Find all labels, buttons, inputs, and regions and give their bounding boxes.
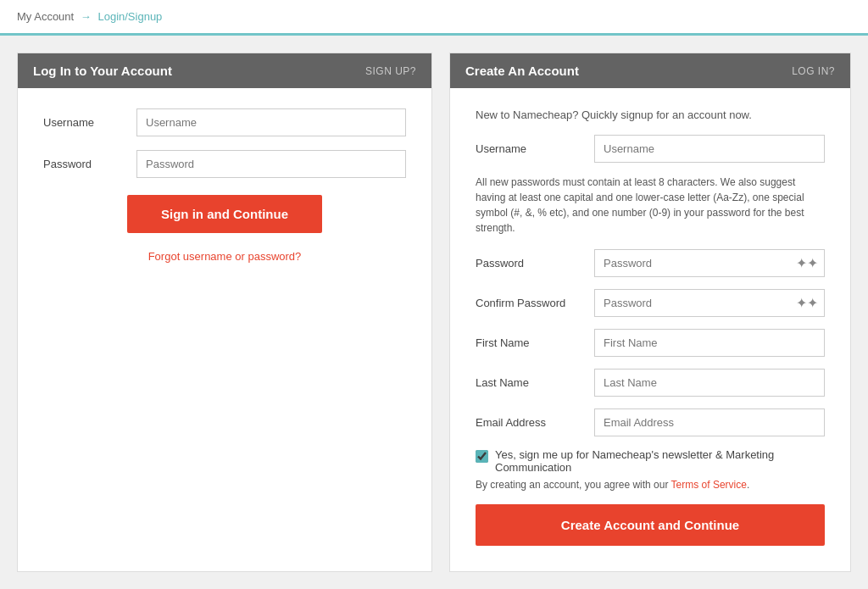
last-name-row: Last Name <box>476 369 825 397</box>
signup-panel: Create An Account LOG IN? New to Nameche… <box>449 53 851 572</box>
password-eye-icon[interactable]: ✦✦ <box>796 255 818 271</box>
password-input[interactable] <box>136 150 406 178</box>
breadcrumb-my-account: My Account <box>17 10 74 23</box>
confirm-password-field: ✦✦ <box>594 289 825 317</box>
password-label: Password <box>43 158 136 170</box>
signup-panel-body: New to Namecheap? Quickly signup for an … <box>450 88 850 571</box>
confirm-password-row: Confirm Password ✦✦ <box>476 289 825 317</box>
forgot-link[interactable]: Forgot username or password? <box>148 250 302 263</box>
breadcrumb-arrow: → <box>81 10 92 23</box>
email-row: Email Address <box>476 408 825 436</box>
confirm-password-label: Confirm Password <box>476 297 594 309</box>
main-content: Log In to Your Account SIGN UP? Username… <box>0 36 868 589</box>
signup-password-field: ✦✦ <box>594 249 825 277</box>
password-hint: All new passwords must contain at least … <box>476 175 825 236</box>
confirm-password-input[interactable] <box>594 289 825 317</box>
last-name-input[interactable] <box>594 369 825 397</box>
newsletter-checkbox[interactable] <box>476 450 488 463</box>
confirm-password-eye-icon[interactable]: ✦✦ <box>796 295 818 311</box>
newsletter-row: Yes, sign me up for Namecheap's newslett… <box>476 448 825 474</box>
last-name-label: Last Name <box>476 376 594 389</box>
login-panel-header: Log In to Your Account SIGN UP? <box>18 53 431 88</box>
forgot-link-container: Forgot username or password? <box>43 250 406 263</box>
newsletter-label: Yes, sign me up for Namecheap's newslett… <box>495 448 825 474</box>
signup-desc: New to Namecheap? Quickly signup for an … <box>476 108 825 121</box>
login-panel: Log In to Your Account SIGN UP? Username… <box>17 53 432 572</box>
email-input[interactable] <box>594 408 825 436</box>
password-row: Password <box>43 150 406 178</box>
username-label: Username <box>43 116 136 129</box>
signup-login-action[interactable]: LOG IN? <box>792 65 835 77</box>
signup-username-label: Username <box>476 142 594 155</box>
signup-panel-header: Create An Account LOG IN? <box>450 53 850 88</box>
signup-username-input[interactable] <box>594 135 825 163</box>
signup-password-row: Password ✦✦ <box>476 249 825 277</box>
signup-panel-title: Create An Account <box>465 64 579 78</box>
create-account-button[interactable]: Create Account and Continue <box>476 504 825 546</box>
signin-button[interactable]: Sign in and Continue <box>127 195 322 233</box>
terms-row: By creating an account, you agree with o… <box>476 479 825 491</box>
breadcrumb: My Account → Login/Signup <box>0 0 868 36</box>
email-label: Email Address <box>476 416 594 429</box>
login-signup-action[interactable]: SIGN UP? <box>365 65 416 77</box>
username-row: Username <box>43 108 406 136</box>
terms-link[interactable]: Terms of Service <box>671 479 747 491</box>
signup-password-label: Password <box>476 257 594 269</box>
login-panel-title: Log In to Your Account <box>33 64 172 78</box>
breadcrumb-login-signup[interactable]: Login/Signup <box>97 10 162 23</box>
username-input[interactable] <box>136 108 406 136</box>
first-name-row: First Name <box>476 329 825 357</box>
first-name-label: First Name <box>476 336 594 349</box>
signup-username-row: Username <box>476 135 825 163</box>
signup-password-input[interactable] <box>594 249 825 277</box>
login-panel-body: Username Password Sign in and Continue F… <box>18 88 431 283</box>
first-name-input[interactable] <box>594 329 825 357</box>
terms-text: By creating an account, you agree with o… <box>476 479 668 491</box>
